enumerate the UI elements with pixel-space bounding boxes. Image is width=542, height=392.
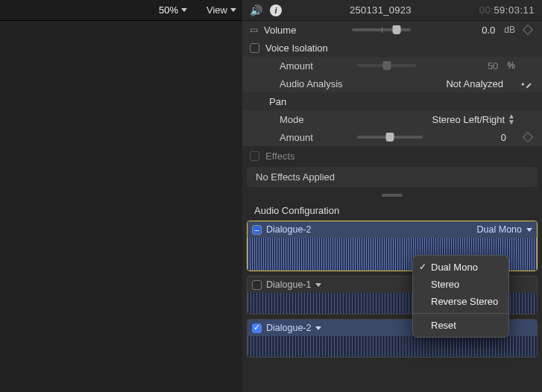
view-menu[interactable]: View <box>207 4 236 16</box>
effects-checkbox[interactable] <box>250 151 259 161</box>
pan-amount-slider[interactable] <box>357 136 423 139</box>
clip-title: 250131_0923 <box>289 4 472 16</box>
menu-item-reset[interactable]: Reset <box>413 317 508 334</box>
drag-handle[interactable] <box>242 192 542 199</box>
chevron-down-icon[interactable] <box>315 326 321 330</box>
inspector-header: 🔊 i 250131_0923 00:59:03:11 <box>242 0 542 21</box>
audio-config-label: Audio Configuration <box>242 199 542 221</box>
clip-name: Dialogue-2 <box>266 224 311 235</box>
pan-mode-label: Mode <box>269 114 351 125</box>
inspector-pane: 🔊 i 250131_0923 00:59:03:11 ▭ Volume 0.0… <box>242 0 542 392</box>
chevron-down-icon <box>230 8 236 12</box>
menu-item-reverse-stereo[interactable]: Reverse Stereo <box>413 293 508 310</box>
effects-section: Effects <box>242 146 542 165</box>
pan-label: Pan <box>269 96 351 107</box>
info-icon[interactable]: i <box>270 4 282 16</box>
menu-item-stereo[interactable]: Stereo <box>413 276 508 293</box>
viewer-toolbar: 50% View <box>0 0 242 21</box>
vi-amount-value[interactable]: 50 <box>488 60 498 72</box>
volume-unit: dB <box>504 25 515 35</box>
timecode: 00:59:03:11 <box>479 4 535 16</box>
clip-name: Dialogue-2 <box>266 323 311 333</box>
view-menu-label: View <box>207 4 227 16</box>
menu-item-dual-mono[interactable]: Dual Mono <box>413 259 508 276</box>
zoom-value: 50% <box>159 4 178 16</box>
updown-icon: ▲▼ <box>508 113 515 125</box>
audio-analysis-row: Audio Analysis Not Analyzed <box>242 75 542 92</box>
viewer-canvas[interactable] <box>0 21 242 392</box>
collapse-icon[interactable] <box>252 225 262 235</box>
waveform[interactable] <box>248 336 537 357</box>
no-effects-banner: No Effects Applied <box>247 167 538 187</box>
viewer-pane: 50% View <box>0 0 242 392</box>
volume-slider[interactable] <box>352 28 411 31</box>
clip-name: Dialogue-1 <box>266 279 311 290</box>
chevron-down-icon[interactable] <box>315 283 321 287</box>
volume-value[interactable]: 0.0 <box>482 25 495 36</box>
clip-enable-checkbox[interactable] <box>252 280 262 290</box>
vi-amount-unit: % <box>507 60 515 71</box>
keyframe-icon[interactable] <box>523 131 533 142</box>
volume-row: ▭ Volume 0.0 dB <box>242 21 542 39</box>
volume-label: Volume <box>264 25 346 36</box>
vi-amount-slider[interactable] <box>357 64 416 67</box>
keyframe-icon[interactable] <box>523 24 533 34</box>
chevron-down-icon <box>181 8 187 12</box>
pan-amount-row: Amount 0 <box>242 128 542 146</box>
pan-amount-value[interactable]: 0 <box>501 132 506 143</box>
voice-isolation-checkbox[interactable] <box>250 43 259 53</box>
zoom-menu[interactable]: 50% <box>159 4 187 16</box>
audio-analysis-value: Not Analyzed <box>446 78 503 89</box>
pan-amount-label: Amount <box>269 132 351 143</box>
vi-amount-label: Amount <box>269 60 351 72</box>
channel-mode-menu[interactable]: Dual Mono Stereo Reverse Stereo Reset <box>412 255 509 338</box>
pan-mode-row: Mode Stereo Left/Right ▲▼ <box>242 110 542 128</box>
chevron-down-icon[interactable] <box>526 228 532 232</box>
menu-separator <box>413 313 508 314</box>
effects-label: Effects <box>265 151 295 162</box>
pan-mode-select[interactable]: Stereo Left/Right ▲▼ <box>432 113 515 125</box>
voice-isolation-amount-row: Amount 50 % <box>242 57 542 75</box>
audio-analysis-label: Audio Analysis <box>269 78 351 89</box>
clip-enable-checkbox[interactable] <box>252 323 262 333</box>
voice-isolation-label: Voice Isolation <box>265 42 347 54</box>
pan-row: Pan <box>242 92 542 110</box>
speaker-icon[interactable]: 🔊 <box>250 4 262 16</box>
voice-isolation-row: Voice Isolation <box>242 39 542 57</box>
clip-mode-select[interactable]: Dual Mono <box>477 224 522 235</box>
clip-icon: ▭ <box>250 25 258 35</box>
